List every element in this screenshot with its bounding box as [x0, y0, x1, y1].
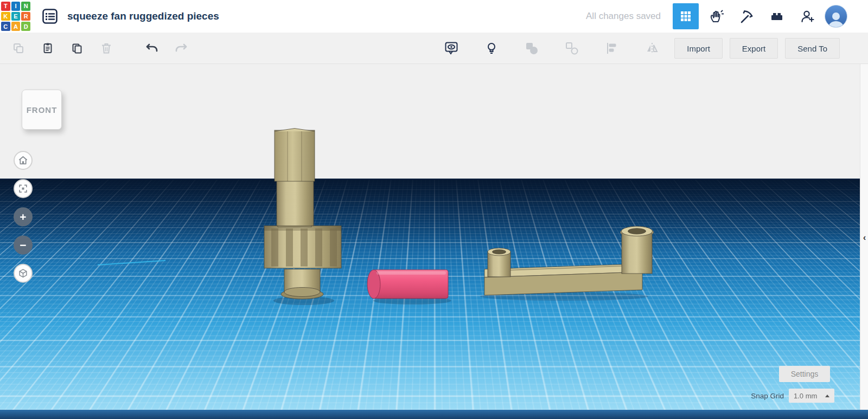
grid-icon: [679, 9, 693, 23]
undo-button[interactable]: [141, 37, 163, 59]
logo-letter: N: [21, 2, 30, 11]
home-icon: [18, 155, 28, 166]
toolbar-actions-group: Import Export Send To: [674, 33, 840, 64]
view-cube[interactable]: FRONT: [22, 90, 62, 130]
copy-button[interactable]: [8, 37, 29, 59]
toolbar-edit-group: [0, 37, 192, 59]
viewport-3d[interactable]: FRONT + −: [0, 64, 868, 419]
mirror-button[interactable]: [641, 37, 663, 59]
export-button[interactable]: Export: [730, 38, 778, 59]
design-list-button[interactable]: [39, 5, 61, 27]
paste-button[interactable]: [37, 37, 59, 59]
trash-icon: [100, 42, 113, 55]
logo-letter: E: [11, 12, 21, 21]
logo-letter: A: [11, 22, 21, 31]
home-view-button[interactable]: [14, 151, 33, 170]
dashboard-grid-button[interactable]: [673, 3, 699, 29]
align-button[interactable]: [601, 37, 623, 59]
logo-letter: I: [11, 2, 21, 11]
tinker-hand-button[interactable]: [703, 3, 729, 29]
eye-bubble-icon: [444, 41, 458, 55]
logo-letter: K: [1, 12, 10, 21]
panel-expand-button[interactable]: ‹: [860, 230, 868, 246]
brick-button[interactable]: [764, 3, 790, 29]
nav-tools: + −: [14, 151, 33, 283]
brick-icon: [769, 9, 784, 24]
logo-letter: C: [1, 22, 10, 31]
minus-icon: −: [20, 239, 26, 251]
zoom-out-button[interactable]: −: [14, 236, 33, 255]
shapes-panel-collapsed: ‹: [860, 64, 868, 419]
horizon-fade: [0, 179, 868, 250]
perspective-cube-icon: [18, 268, 28, 278]
lightbulb-icon: [484, 41, 499, 55]
logo-letter: D: [21, 22, 30, 31]
fit-view-button[interactable]: [14, 179, 33, 198]
duplicate-icon: [71, 42, 84, 55]
undo-icon: [145, 41, 159, 55]
pickaxe-icon: [739, 9, 754, 24]
toolbar-tools-group: [441, 33, 703, 64]
fit-view-icon: [18, 183, 28, 194]
header: T I N K E R C A D squeeze fan ruggedized…: [0, 0, 868, 33]
duplicate-button[interactable]: [66, 37, 88, 59]
tinkercad-logo[interactable]: T I N K E R C A D: [0, 1, 31, 32]
show-hide-button[interactable]: [441, 37, 462, 59]
align-icon: [605, 41, 619, 55]
import-button[interactable]: Import: [674, 38, 723, 59]
invite-user-button[interactable]: [794, 3, 820, 29]
save-status: All changes saved: [586, 11, 661, 22]
group-button[interactable]: [521, 37, 542, 59]
view-cube-label: FRONT: [27, 105, 58, 115]
zoom-in-button[interactable]: +: [14, 207, 33, 226]
ungroup-button[interactable]: [561, 37, 583, 59]
snap-grid-dropdown[interactable]: 1.0 mm: [789, 389, 834, 403]
header-right: All changes saved: [586, 0, 847, 33]
dropdown-arrow-icon: [825, 395, 829, 397]
horizon-line: [0, 179, 868, 180]
plus-icon: +: [20, 211, 26, 223]
snap-grid-control: Snap Grid 1.0 mm: [751, 389, 834, 403]
logo-letter: T: [1, 2, 10, 11]
snap-grid-label: Snap Grid: [751, 392, 784, 400]
person-plus-icon: [800, 9, 815, 24]
pickaxe-button[interactable]: [733, 3, 760, 29]
redo-button[interactable]: [170, 37, 192, 59]
light-button[interactable]: [481, 37, 502, 59]
user-avatar[interactable]: [825, 5, 847, 28]
mirror-icon: [645, 41, 659, 55]
paste-icon: [41, 42, 54, 55]
send-to-button[interactable]: Send To: [785, 38, 840, 59]
group-icon: [525, 41, 539, 55]
ungroup-icon: [565, 41, 579, 55]
design-title[interactable]: squeeze fan ruggedized pieces: [67, 10, 219, 22]
perspective-toggle-button[interactable]: [14, 264, 33, 283]
toolbar: Import Export Send To: [0, 33, 868, 64]
delete-button[interactable]: [95, 37, 117, 59]
logo-letter: R: [21, 12, 30, 21]
copy-icon: [12, 42, 25, 55]
snap-grid-value: 1.0 mm: [794, 392, 817, 400]
hand-icon: [709, 9, 724, 24]
redo-icon: [174, 41, 188, 55]
settings-button[interactable]: Settings: [779, 366, 830, 382]
design-list-icon: [41, 8, 59, 25]
avatar-person-icon: [827, 11, 845, 27]
bottom-edge: [0, 410, 868, 419]
tinkercad-app: T I N K E R C A D squeeze fan ruggedized…: [0, 0, 868, 419]
